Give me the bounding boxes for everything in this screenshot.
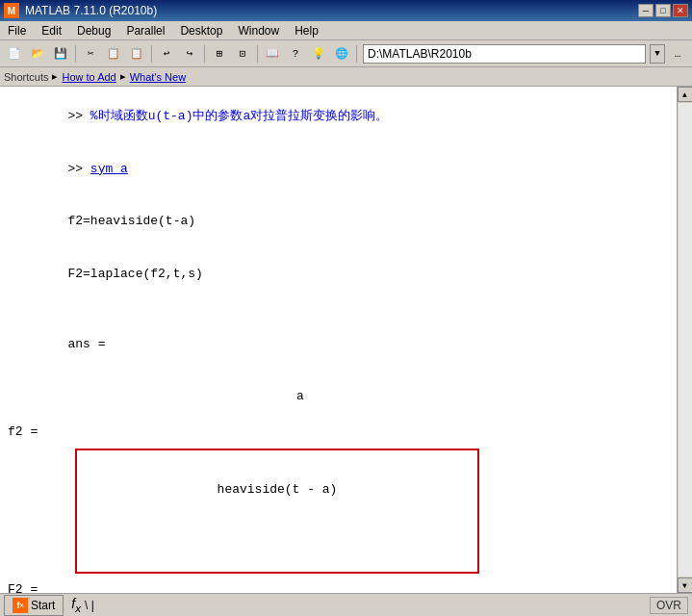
blank-2 xyxy=(8,371,669,388)
f2-heaviside-text: f2=heaviside(t-a) xyxy=(67,214,195,228)
blank-3 xyxy=(8,405,669,423)
title-buttons: ─ □ ✕ xyxy=(638,4,688,17)
line-F2-label: F2 = xyxy=(8,581,669,593)
menu-debug[interactable]: Debug xyxy=(69,22,118,39)
undo-button[interactable]: ↩ xyxy=(156,43,177,64)
main-area: >> %时域函数u(t-a)中的参数a对拉普拉斯变换的影响。 >> sym a … xyxy=(0,87,692,593)
line-f2-heaviside: f2=heaviside(t-a) xyxy=(8,195,669,248)
new-file-button[interactable]: 📄 xyxy=(4,43,25,64)
line-F2-laplace: F2=laplace(f2,t,s) xyxy=(8,248,669,301)
scroll-track[interactable] xyxy=(679,103,692,577)
line-sym-a: >> sym a xyxy=(8,143,669,196)
status-right: OVR xyxy=(650,599,688,612)
math-box-1-spacer xyxy=(8,445,56,578)
minimize-button[interactable]: ─ xyxy=(638,4,654,17)
fx-symbol: fx xyxy=(71,596,81,614)
menu-file[interactable]: File xyxy=(0,22,34,39)
sym-a-link[interactable]: sym a xyxy=(90,162,128,176)
redo-button[interactable]: ↪ xyxy=(179,43,200,64)
menu-help[interactable]: Help xyxy=(287,22,326,39)
console-panel[interactable]: >> %时域函数u(t-a)中的参数a对拉普拉斯变换的影响。 >> sym a … xyxy=(0,87,677,593)
simulink-button[interactable]: ⊞ xyxy=(209,43,230,64)
prompt-1: >> xyxy=(67,109,90,123)
math-box-1-bottom xyxy=(96,506,458,564)
status-left: fx Start fx \ | xyxy=(4,595,94,616)
whats-new-link[interactable]: What's New xyxy=(130,71,186,83)
cursor-indicator: \ | xyxy=(85,599,94,612)
line-a-value: a xyxy=(8,388,669,405)
status-bar: fx Start fx \ | OVR xyxy=(0,593,692,616)
help-question-button[interactable]: ? xyxy=(285,43,306,64)
menu-window[interactable]: Window xyxy=(230,22,287,39)
paste-button[interactable]: 📋 xyxy=(126,43,147,64)
shortcuts-label: Shortcuts xyxy=(4,71,48,83)
menu-edit[interactable]: Edit xyxy=(34,22,69,39)
math-heaviside: heaviside(t - a) xyxy=(218,482,338,497)
path-dropdown-button[interactable]: ▼ xyxy=(650,44,665,64)
web-button[interactable]: 🌐 xyxy=(331,43,352,64)
F2-laplace-text: F2=laplace(f2,t,s) xyxy=(67,267,202,281)
title-bar: M MATLAB 7.11.0 (R2010b) ─ □ ✕ xyxy=(0,0,692,21)
title-text: MATLAB 7.11.0 (R2010b) xyxy=(25,4,157,17)
toolbar-sep-4 xyxy=(257,45,258,63)
hint-button[interactable]: 💡 xyxy=(308,43,329,64)
line-comment: >> %时域函数u(t-a)中的参数a对拉普拉斯变换的影响。 xyxy=(8,90,669,143)
ovr-indicator: OVR xyxy=(650,597,688,614)
menu-desktop[interactable]: Desktop xyxy=(172,22,230,39)
cut-button[interactable]: ✂ xyxy=(80,43,101,64)
path-text: D:\MATLAB\R2010b xyxy=(368,47,472,61)
toolbar: 📄 📂 💾 ✂ 📋 📋 ↩ ↪ ⊞ ⊡ 📖 ? 💡 🌐 D:\MATLAB\R2… xyxy=(0,40,692,67)
scroll-down-button[interactable]: ▼ xyxy=(678,578,693,593)
scroll-up-button[interactable]: ▲ xyxy=(678,87,693,102)
browse-button[interactable]: … xyxy=(667,43,688,64)
toolbar-sep-1 xyxy=(75,45,76,63)
guide-button[interactable]: ⊡ xyxy=(232,43,253,64)
toolbar-sep-3 xyxy=(204,45,205,63)
scrollbar: ▲ ▼ xyxy=(677,87,692,593)
start-button[interactable]: fx Start xyxy=(4,595,64,616)
shortcuts-bar: Shortcuts ▸ How to Add ▸ What's New xyxy=(0,67,692,87)
matlab-icon: M xyxy=(4,3,19,18)
math-box-1-container: heaviside(t - a) xyxy=(8,445,669,578)
line-ans: ans = xyxy=(8,318,669,371)
ans-text: ans = xyxy=(67,337,105,351)
toolbar-sep-2 xyxy=(151,45,152,63)
open-file-button[interactable]: 📂 xyxy=(27,43,48,64)
save-button[interactable]: 💾 xyxy=(50,43,71,64)
shortcuts-icon2: ▸ xyxy=(120,70,126,83)
title-bar-left: M MATLAB 7.11.0 (R2010b) xyxy=(4,3,157,18)
maximize-button[interactable]: □ xyxy=(655,4,671,17)
close-button[interactable]: ✕ xyxy=(673,4,688,17)
line-f2-label: f2 = xyxy=(8,424,669,441)
path-box: D:\MATLAB\R2010b xyxy=(363,44,646,64)
math-box-1-top: heaviside(t - a) xyxy=(96,458,458,506)
menu-parallel[interactable]: Parallel xyxy=(118,22,172,39)
start-icon: fx xyxy=(13,598,28,613)
how-to-add-link[interactable]: How to Add xyxy=(62,71,115,83)
copy-button[interactable]: 📋 xyxy=(103,43,124,64)
help-book-button[interactable]: 📖 xyxy=(262,43,283,64)
prompt-2: >> xyxy=(67,162,90,176)
shortcuts-icon: ▸ xyxy=(52,70,58,83)
menu-bar: File Edit Debug Parallel Desktop Window … xyxy=(0,21,692,40)
toolbar-sep-5 xyxy=(356,45,357,63)
start-label: Start xyxy=(31,599,55,612)
console-area: >> %时域函数u(t-a)中的参数a对拉普拉斯变换的影响。 >> sym a … xyxy=(0,87,692,593)
chinese-comment: %时域函数u(t-a)中的参数a对拉普拉斯变换的影响。 xyxy=(90,109,388,123)
blank-1 xyxy=(8,300,669,318)
math-box-1: heaviside(t - a) xyxy=(75,449,479,574)
